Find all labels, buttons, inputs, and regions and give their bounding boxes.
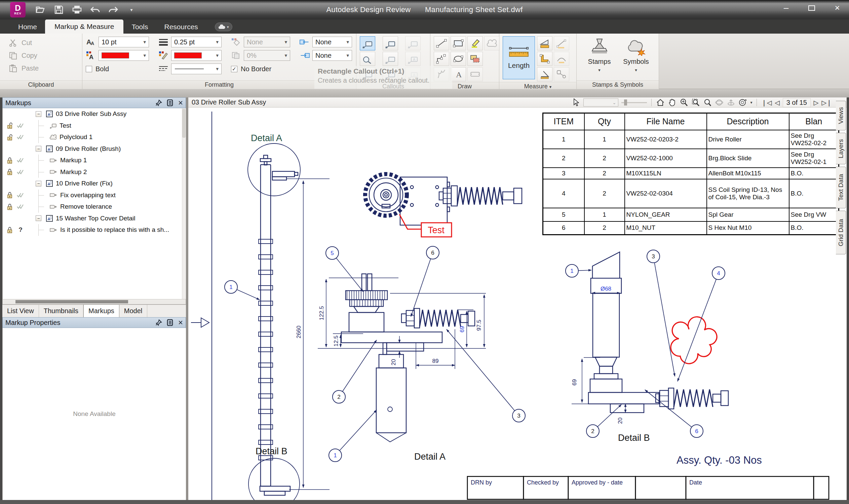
undo-icon[interactable] bbox=[89, 5, 101, 15]
panel-close-icon[interactable]: × bbox=[178, 320, 183, 326]
leader-callout-2-button[interactable] bbox=[383, 52, 398, 66]
qat-menu-caret-icon[interactable]: ▾ bbox=[126, 5, 137, 15]
tree-sheet-item[interactable]: −10 Drive Roller (Fix) bbox=[3, 178, 186, 190]
side-tab-views[interactable]: Views bbox=[836, 101, 846, 130]
tree-expander[interactable]: − bbox=[36, 215, 41, 221]
draw-line-button[interactable] bbox=[434, 36, 449, 50]
first-page-button[interactable]: ❘◁ bbox=[761, 99, 772, 107]
ribbon-tab-tools[interactable]: Tools bbox=[123, 20, 156, 34]
draw-polyline-button[interactable] bbox=[434, 52, 449, 66]
stamps-button[interactable]: Stamps▾ bbox=[585, 36, 613, 73]
side-tab-layers[interactable]: Layers bbox=[836, 133, 846, 164]
steering-wheel-icon[interactable] bbox=[739, 98, 747, 107]
measure-line-button[interactable] bbox=[554, 36, 569, 50]
tree-sheet-item[interactable]: −09 Drive Roller (Brush) bbox=[3, 143, 186, 155]
measure-area-button[interactable] bbox=[537, 36, 552, 50]
leader-callout-3-button[interactable] bbox=[405, 36, 421, 50]
markup-filter-combo[interactable]: ⌄ bbox=[583, 98, 618, 107]
draw-cloud-rect-button[interactable] bbox=[467, 67, 483, 81]
text-callout-2-button[interactable]: A bbox=[405, 67, 421, 81]
measure-angle-button[interactable] bbox=[537, 67, 552, 81]
font-size-combo[interactable]: 10 pt▾ bbox=[99, 37, 149, 47]
draw-freehand-button[interactable] bbox=[434, 67, 449, 81]
tree-markup-item[interactable]: Test bbox=[3, 120, 186, 132]
measure-polyline-button[interactable] bbox=[537, 52, 552, 66]
app-logo-icon[interactable]: D REV bbox=[10, 2, 25, 17]
line-weight-combo[interactable]: 0.25 pt▾ bbox=[171, 37, 222, 47]
measure-length-button[interactable]: Length bbox=[503, 36, 535, 79]
open-icon[interactable] bbox=[35, 5, 47, 15]
line-color-combo[interactable]: ▾ bbox=[171, 50, 222, 61]
tree-markup-item[interactable]: Markup 1 bbox=[3, 155, 186, 166]
draw-polycloud-button[interactable] bbox=[484, 36, 500, 50]
panel-tab-model[interactable]: Model bbox=[119, 305, 147, 317]
draw-text-button[interactable]: A bbox=[451, 67, 466, 81]
fill-color-combo[interactable]: None▾ bbox=[244, 37, 290, 47]
drawing-canvas[interactable]: 03 Drive Roller Sub Assy ⌄ ▾ ❘◁ ◁ 3 of 1… bbox=[188, 97, 847, 500]
ribbon-tab-markup-measure[interactable]: Markup & Measure bbox=[45, 19, 123, 34]
measure-arc-button[interactable] bbox=[554, 52, 569, 66]
scrollbar-thumb[interactable] bbox=[16, 300, 128, 303]
multi-leader-callout-button[interactable] bbox=[360, 67, 375, 81]
maximize-button[interactable] bbox=[806, 3, 817, 13]
font-color-combo[interactable]: ▾ bbox=[99, 50, 149, 61]
print-icon[interactable] bbox=[71, 5, 83, 15]
no-border-checkbox[interactable]: ✓ bbox=[231, 66, 237, 72]
panel-menu-icon[interactable] bbox=[167, 319, 173, 326]
cut-button[interactable]: Cut bbox=[3, 36, 79, 49]
tree-markup-item[interactable]: Markup 2 bbox=[3, 166, 186, 178]
tree-markup-item[interactable]: Fix overlapping text bbox=[3, 190, 186, 201]
panel-close-icon[interactable]: × bbox=[178, 100, 183, 106]
tree-expander[interactable]: − bbox=[36, 111, 41, 117]
tree-expander[interactable]: − bbox=[36, 146, 41, 151]
ribbon-tab-resources[interactable]: Resources bbox=[156, 20, 206, 34]
ribbon-tab-home[interactable]: Home bbox=[10, 20, 45, 34]
arrow-end-combo[interactable]: None▾ bbox=[312, 50, 352, 61]
zoom-slider[interactable] bbox=[621, 98, 647, 107]
panel-splitter[interactable] bbox=[186, 97, 188, 500]
cloud-menu-button[interactable]: ▾ bbox=[215, 22, 232, 31]
draw-highlight-button[interactable] bbox=[467, 36, 483, 50]
arrow-callout-button[interactable] bbox=[383, 67, 398, 81]
tree-sheet-item[interactable]: −15 Washer Top Cover Detail bbox=[3, 213, 186, 224]
pin-icon[interactable] bbox=[155, 100, 162, 106]
tree-expander[interactable]: − bbox=[36, 181, 41, 186]
tree-markup-item[interactable]: ?Is it possible to replace this with a s… bbox=[3, 224, 186, 236]
panel-menu-icon[interactable] bbox=[167, 100, 173, 106]
tree-markup-item[interactable]: Remove tolerance bbox=[3, 201, 186, 213]
zoom-icon[interactable] bbox=[679, 98, 688, 107]
tree-sheet-item[interactable]: −03 Drive Roller Sub Assy bbox=[3, 108, 186, 120]
arrow-start-combo[interactable]: None▾ bbox=[312, 37, 352, 47]
text-callout-button[interactable]: A bbox=[405, 52, 421, 66]
side-tab-text-data[interactable]: Text Data bbox=[836, 167, 846, 208]
zoom-callout-button[interactable] bbox=[360, 52, 375, 66]
previous-page-button[interactable]: ◁ bbox=[775, 99, 780, 107]
pan-hand-icon[interactable] bbox=[668, 98, 676, 107]
pin-icon[interactable] bbox=[155, 319, 162, 326]
nav-tools-caret-icon[interactable]: ▾ bbox=[750, 100, 752, 105]
opacity-combo[interactable]: 0%▾ bbox=[244, 50, 290, 61]
save-icon[interactable] bbox=[53, 5, 65, 15]
rectangle-callout-button[interactable] bbox=[360, 36, 375, 50]
zoom-rect-icon[interactable] bbox=[703, 98, 712, 107]
panel-tab-thumbnails[interactable]: Thumbnails bbox=[39, 305, 83, 317]
panel-tab-list-view[interactable]: List View bbox=[2, 305, 39, 317]
draw-shapes-button[interactable] bbox=[467, 52, 483, 66]
paste-button[interactable]: Paste bbox=[3, 62, 79, 75]
close-button[interactable]: × bbox=[832, 3, 843, 13]
line-style-combo[interactable]: ▾ bbox=[171, 64, 222, 74]
home-view-icon[interactable] bbox=[656, 99, 665, 106]
symbols-button[interactable]: Symbols▾ bbox=[622, 36, 650, 73]
tree-vertical-scrollbar[interactable] bbox=[182, 108, 186, 299]
side-tab-grid-data[interactable]: Grid Data bbox=[836, 211, 846, 254]
draw-ellipse-button[interactable] bbox=[451, 52, 466, 66]
tree-markup-item[interactable]: Polycloud 1 bbox=[3, 131, 186, 143]
select-cursor-icon[interactable] bbox=[572, 98, 581, 107]
last-page-button[interactable]: ▷❘ bbox=[821, 99, 832, 107]
minimize-button[interactable]: – bbox=[780, 3, 792, 13]
bold-checkbox[interactable] bbox=[86, 66, 92, 72]
tree-horizontal-scrollbar[interactable] bbox=[2, 299, 186, 304]
redo-icon[interactable] bbox=[108, 5, 119, 15]
next-page-button[interactable]: ▷ bbox=[814, 99, 819, 107]
zoom-window-icon[interactable] bbox=[691, 98, 700, 107]
